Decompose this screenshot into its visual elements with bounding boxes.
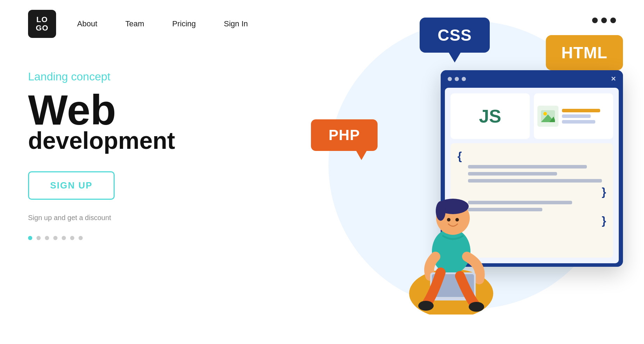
svg-point-13 (447, 218, 450, 221)
svg-point-12 (469, 302, 484, 312)
browser-close-icon[interactable]: ✕ (611, 75, 616, 83)
image-card (534, 93, 613, 139)
image-text-lines (562, 109, 610, 124)
svg-point-8 (436, 201, 446, 221)
logo-line2: GO (36, 24, 48, 32)
pagination-dot-5[interactable] (62, 236, 66, 240)
close-brace-2: } (602, 215, 606, 226)
svg-point-5 (432, 229, 470, 274)
dot-1 (592, 18, 598, 23)
browser-titlebar: ✕ (441, 70, 623, 88)
close-brace-1: } (602, 186, 606, 197)
php-bubble: PHP (311, 119, 378, 151)
signup-note: Sign up and get a discount (28, 214, 175, 222)
header: LO GO About Team Pricing Sign In (0, 0, 644, 48)
hero-title-big: Web (28, 89, 175, 131)
dot-3 (610, 18, 616, 23)
hero-subtitle: Landing concept (28, 70, 175, 83)
image-placeholder (537, 106, 610, 127)
image-icon (537, 106, 558, 127)
nav-team[interactable]: Team (126, 19, 144, 28)
pagination-dot-1[interactable] (28, 236, 32, 240)
js-label: JS (479, 106, 501, 127)
navigation: About Team Pricing Sign In (77, 19, 248, 28)
svg-point-14 (455, 218, 459, 221)
img-line-1 (562, 109, 600, 112)
logo-line1: LO (36, 15, 48, 24)
nav-pricing[interactable]: Pricing (172, 19, 196, 28)
browser-dot-3 (462, 77, 466, 81)
nav-signin[interactable]: Sign In (224, 19, 248, 28)
illustration: CSS HTML PHP ✕ JS (258, 0, 644, 344)
more-options[interactable] (592, 18, 616, 23)
code-row-1: { (457, 150, 606, 161)
pagination-dot-6[interactable] (70, 236, 74, 240)
svg-point-1 (543, 112, 547, 115)
browser-dot-1 (448, 77, 452, 81)
open-brace-1: { (457, 150, 462, 161)
img-line-3 (562, 120, 595, 124)
hero-title-sub: development (28, 127, 175, 154)
img-line-2 (562, 114, 591, 118)
hero-content: Landing concept Web development SIGN UP … (28, 70, 175, 240)
pagination-dot-7[interactable] (79, 236, 83, 240)
pagination-dot-2[interactable] (36, 236, 41, 240)
pagination-dot-3[interactable] (45, 236, 49, 240)
developer-illustration (399, 167, 504, 316)
pagination (28, 236, 175, 240)
browser-dot-2 (455, 77, 459, 81)
js-card: JS (450, 93, 530, 139)
svg-point-11 (418, 301, 434, 311)
nav-about[interactable]: About (77, 19, 97, 28)
logo: LO GO (28, 10, 56, 38)
pagination-dot-4[interactable] (53, 236, 57, 240)
browser-dots (448, 77, 466, 81)
dot-2 (601, 18, 607, 23)
signup-button[interactable]: SIGN UP (28, 171, 115, 200)
